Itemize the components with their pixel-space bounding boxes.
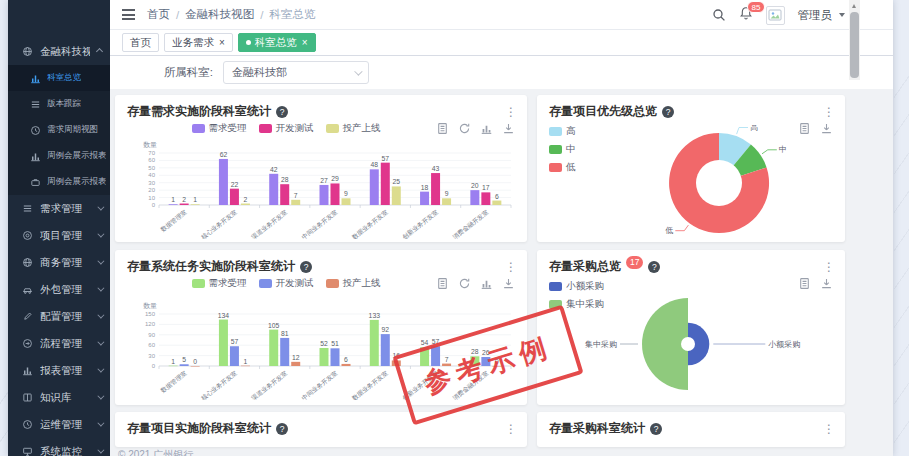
breadcrumb-item[interactable]: 金融科技视图 (185, 7, 254, 22)
svg-text:120: 120 (145, 321, 156, 327)
svg-text:17: 17 (482, 184, 490, 191)
help-icon[interactable] (276, 423, 288, 435)
tab-业务需求[interactable]: 业务需求× (164, 33, 233, 52)
chart-type-icon[interactable] (480, 122, 493, 135)
panel-demand-stage: 存量需求实施阶段科室统计 需求受理开发测试投产上线 数量010203040506… (115, 95, 527, 242)
legend-swatch (326, 279, 339, 288)
page: 金融科技视图科室总览版本跟踪需求周期视图周例会展示报表-项目周例会展示报表-采购… (0, 0, 909, 456)
sidebar-group[interactable]: 报表管理 (8, 357, 110, 384)
more-menu-icon[interactable] (505, 107, 517, 117)
sidebar-item[interactable]: 周例会展示报表-项目 (8, 143, 110, 169)
top-bar: 首页/金融科技视图/科室总览 85 管理员 (110, 0, 893, 30)
tab-首页[interactable]: 首页 (122, 33, 159, 52)
chart-type-icon[interactable] (480, 277, 493, 290)
sidebar-group[interactable]: 商务管理 (8, 249, 110, 276)
svg-text:30: 30 (148, 180, 155, 186)
department-select[interactable]: 金融科技部 (223, 61, 369, 84)
notifications-button[interactable]: 85 (739, 6, 753, 24)
scrollbar-thumb[interactable] (850, 12, 859, 78)
tab-close-icon[interactable]: × (302, 38, 308, 48)
more-menu-icon[interactable] (505, 262, 517, 272)
help-icon[interactable] (650, 423, 662, 435)
svg-text:12: 12 (292, 354, 300, 361)
legend-item[interactable]: 投产上线 (326, 122, 381, 135)
panel-task-stage: 存量系统任务实施阶段科室统计 需求受理开发测试投产上线 数量0306090120… (115, 250, 527, 405)
car-icon (22, 284, 33, 295)
sidebar-group[interactable]: 流程管理 (8, 330, 110, 357)
chevron-down-icon[interactable] (839, 13, 845, 17)
more-menu-icon[interactable] (823, 424, 835, 434)
sidebar-group[interactable]: 系统监控 (8, 438, 110, 456)
app-window: 金融科技视图科室总览版本跟踪需求周期视图周例会展示报表-项目周例会展示报表-采购… (8, 0, 893, 456)
sidebar-item-active[interactable]: 科室总览 (8, 65, 110, 91)
tab-科室总览[interactable]: 科室总览× (238, 33, 316, 52)
help-icon[interactable] (276, 106, 288, 118)
restore-icon[interactable] (458, 277, 471, 290)
more-menu-icon[interactable] (823, 262, 835, 272)
help-icon[interactable] (300, 261, 312, 273)
scrollbar[interactable] (849, 0, 860, 80)
sidebar-group-label: 需求管理 (40, 202, 90, 216)
legend-item[interactable]: 需求受理 (192, 277, 247, 290)
breadcrumb-item[interactable]: 首页 (147, 7, 170, 22)
sidebar-group-label: 商务管理 (40, 256, 90, 270)
help-icon[interactable] (648, 261, 660, 273)
sidebar-item[interactable]: 需求周期视图 (8, 117, 110, 143)
legend-label: 开发测试 (276, 122, 314, 135)
hamburger-icon[interactable] (122, 9, 135, 20)
data-view-icon[interactable] (436, 122, 449, 135)
sidebar-group[interactable]: 外包管理 (8, 276, 110, 303)
chart-legend: 需求受理开发测试投产上线 (115, 122, 457, 135)
help-icon[interactable] (662, 106, 674, 118)
svg-text:数量: 数量 (143, 141, 157, 148)
user-menu[interactable]: 管理员 (798, 8, 833, 23)
book-icon (22, 392, 33, 403)
bar-chart-icon (22, 365, 33, 376)
download-icon[interactable] (502, 122, 515, 135)
search-icon[interactable] (712, 8, 726, 22)
svg-text:50: 50 (148, 165, 155, 171)
svg-text:集中采购: 集中采购 (585, 340, 617, 349)
download-icon[interactable] (502, 277, 515, 290)
legend-item[interactable]: 需求受理 (192, 122, 247, 135)
svg-text:18: 18 (421, 184, 429, 191)
legend-swatch (259, 124, 272, 133)
svg-text:133: 133 (369, 312, 381, 319)
sidebar-group[interactable]: 知识库 (8, 384, 110, 411)
sidebar-group[interactable]: 需求管理 (8, 195, 110, 222)
tab-bar: 首页业务需求×科室总览× (110, 30, 893, 56)
sidebar-item-label: 周例会展示报表-项目 (47, 150, 106, 162)
sidebar-group-label: 报表管理 (40, 364, 90, 378)
svg-text:数据业务开发室: 数据业务开发室 (350, 369, 389, 400)
sidebar-group[interactable]: 项目管理 (8, 222, 110, 249)
more-menu-icon[interactable] (823, 107, 835, 117)
legend-item[interactable]: 开发测试 (259, 277, 314, 290)
svg-text:中间业务开发室: 中间业务开发室 (300, 208, 339, 239)
svg-text:1: 1 (244, 358, 248, 365)
restore-icon[interactable] (458, 122, 471, 135)
breadcrumb: 首页/金融科技视图/科室总览 (147, 7, 315, 22)
more-menu-icon[interactable] (505, 424, 517, 434)
sidebar-item-label: 版本跟踪 (47, 98, 81, 110)
svg-text:小额采购: 小额采购 (768, 340, 800, 349)
briefcase-icon (30, 177, 41, 188)
svg-text:57: 57 (432, 338, 440, 345)
sidebar-item[interactable]: 周例会展示报表-采购 (8, 169, 110, 195)
sidebar-group[interactable]: 金融科技视图 (8, 38, 110, 65)
breadcrumb-separator: / (176, 9, 179, 21)
tab-close-icon[interactable]: × (219, 38, 225, 48)
legend-label: 需求受理 (209, 277, 247, 290)
legend-item[interactable]: 开发测试 (259, 122, 314, 135)
data-view-icon[interactable] (436, 277, 449, 290)
svg-text:6: 6 (344, 356, 348, 363)
sidebar-group[interactable]: 配置管理 (8, 303, 110, 330)
avatar[interactable] (766, 6, 785, 25)
legend-swatch (192, 279, 205, 288)
target-icon (22, 230, 33, 241)
legend-label: 需求受理 (209, 122, 247, 135)
sidebar-item[interactable]: 版本跟踪 (8, 91, 110, 117)
chevron-down-icon (97, 366, 104, 373)
legend-item[interactable]: 投产上线 (326, 277, 381, 290)
sidebar-group[interactable]: 运维管理 (8, 411, 110, 438)
svg-text:81: 81 (281, 330, 289, 337)
